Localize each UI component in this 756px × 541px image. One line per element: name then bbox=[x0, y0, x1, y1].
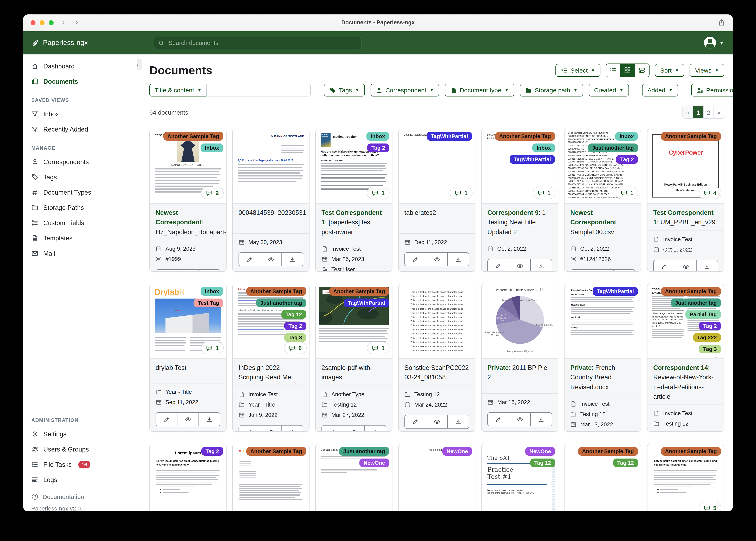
download-document-button[interactable] bbox=[281, 425, 303, 432]
download-document-button[interactable] bbox=[198, 413, 220, 426]
document-title-link[interactable]: 0004814539_20230531 bbox=[233, 204, 309, 234]
tag-badge[interactable]: Tag 2 bbox=[699, 321, 721, 330]
comment-count-badge[interactable]: 6 bbox=[284, 342, 307, 354]
document-title-link[interactable]: Private: French Country Bread Revised.do… bbox=[565, 359, 641, 395]
filter-field-dropdown-button[interactable]: Title & content▼ bbox=[149, 84, 206, 97]
tag-badge[interactable]: Inbox bbox=[201, 144, 223, 152]
tag-badge[interactable]: Tag 3 bbox=[284, 333, 306, 342]
download-document-button[interactable] bbox=[696, 260, 718, 272]
tag-badge[interactable]: Inbox bbox=[533, 144, 555, 152]
view-grid-toggle[interactable] bbox=[620, 64, 635, 77]
tag-badge[interactable]: Inbox bbox=[201, 287, 223, 296]
view-document-button[interactable] bbox=[592, 270, 613, 272]
document-thumbnail[interactable]: DrylabNNETFLIXInboxTest Tag1 bbox=[150, 284, 226, 358]
tag-badge[interactable]: Another Sample Tag bbox=[246, 287, 306, 296]
sort-dropdown-button[interactable]: Sort▼ bbox=[655, 64, 684, 77]
tag-badge[interactable]: NewOne bbox=[525, 447, 555, 456]
view-list-toggle[interactable] bbox=[606, 64, 620, 77]
view-document-button[interactable] bbox=[177, 413, 198, 426]
document-thumbnail[interactable]: Test NameAnother Sample Tag bbox=[233, 444, 309, 511]
pagination-next-button[interactable]: » bbox=[713, 106, 724, 118]
pagination-prev-button[interactable]: « bbox=[683, 106, 693, 118]
tag-badge[interactable]: Tag 12 bbox=[530, 458, 555, 467]
sidebar-item-document-types[interactable]: Document Types bbox=[23, 185, 137, 200]
sidebar-item-correspondents[interactable]: Correspondents bbox=[23, 154, 137, 170]
tag-badge[interactable]: Another Sample Tag bbox=[163, 132, 223, 141]
select-dropdown-button[interactable]: Select▼ bbox=[556, 64, 600, 77]
sidebar-item-users-groups[interactable]: Users & Groups bbox=[23, 442, 137, 457]
document-thumbnail[interactable]: Boundary Waters TripAnother Sample TagTa… bbox=[316, 284, 392, 358]
document-correspondent[interactable]: Newest Correspondent bbox=[570, 209, 616, 226]
sidebar-item-documents[interactable]: Documents bbox=[23, 74, 137, 89]
views-dropdown-button[interactable]: Views▼ bbox=[690, 64, 724, 77]
document-thumbnail[interactable]: ✳ BANK OF SCOTLAND2,0 % p. a. auf Ihr Ta… bbox=[233, 129, 309, 203]
tag-badge[interactable]: Another Sample Tag bbox=[661, 287, 721, 296]
document-title-link[interactable]: Newest Correspondent: Sample100.csv bbox=[565, 204, 641, 240]
document-title-link[interactable]: 2sample-pdf-with-images bbox=[316, 359, 392, 385]
sidebar-item-storage-paths[interactable]: Storage Paths bbox=[23, 200, 137, 215]
edit-document-button[interactable] bbox=[654, 260, 675, 272]
comment-count-badge[interactable]: 1 bbox=[201, 342, 224, 354]
download-document-button[interactable] bbox=[364, 425, 386, 432]
documentation-link[interactable]: Documentation bbox=[31, 493, 137, 500]
filter-added-button[interactable]: Added▼ bbox=[642, 84, 678, 97]
edit-document-button[interactable] bbox=[405, 253, 426, 266]
tag-badge[interactable]: NewOne bbox=[359, 458, 389, 467]
download-document-button[interactable] bbox=[198, 270, 220, 272]
document-thumbnail[interactable]: The SATPracticeTest #1Make time to take … bbox=[482, 444, 558, 511]
sidebar-collapse-button[interactable]: « bbox=[137, 59, 142, 70]
sidebar-item-tags[interactable]: Tags bbox=[23, 170, 137, 185]
tag-badge[interactable]: Partial Tag bbox=[686, 310, 721, 319]
download-document-button[interactable] bbox=[530, 413, 552, 426]
comment-count-badge[interactable]: 4 bbox=[699, 187, 721, 199]
download-document-button[interactable] bbox=[613, 270, 635, 272]
sidebar-item-file-tasks[interactable]: File Tasks16 bbox=[23, 457, 137, 472]
sidebar-item-templates[interactable]: Templates bbox=[23, 231, 137, 246]
document-title-link[interactable]: tablerates2 bbox=[399, 204, 475, 234]
document-correspondent[interactable]: Correspondent 14 bbox=[653, 364, 708, 371]
view-document-button[interactable] bbox=[675, 260, 696, 272]
global-search[interactable] bbox=[154, 37, 361, 49]
document-correspondent[interactable]: Private bbox=[570, 364, 592, 371]
document-title-link[interactable]: Newest Correspondent: H7_Napoleon_Bonapa… bbox=[150, 204, 226, 240]
edit-document-button[interactable] bbox=[239, 425, 260, 432]
comment-count-badge[interactable]: 1 bbox=[533, 187, 555, 199]
tag-badge[interactable]: Test Tag bbox=[194, 298, 223, 307]
document-title-link[interactable]: Test Correspondent 1: [paperless] test p… bbox=[316, 204, 392, 240]
tag-badge[interactable]: Tag 3 bbox=[699, 345, 721, 353]
document-thumbnail[interactable]: Lorem ipsumLorem ipsum dolor sit amet, c… bbox=[150, 444, 226, 511]
document-thumbnail[interactable]: Another Sample TagTag 12 bbox=[565, 444, 641, 511]
tag-badge[interactable]: NewOne bbox=[442, 447, 472, 456]
tag-badge[interactable]: Tag 12 bbox=[613, 458, 638, 467]
tag-badge[interactable]: Tag 2 bbox=[616, 155, 638, 164]
download-document-button[interactable] bbox=[447, 415, 469, 428]
view-document-button[interactable] bbox=[509, 413, 530, 426]
view-document-button[interactable] bbox=[426, 415, 447, 428]
tag-badge[interactable]: Just another tag bbox=[256, 298, 306, 307]
download-document-button[interactable] bbox=[281, 253, 303, 266]
document-thumbnail[interactable]: CyberPowerPowerPanel® Business EditionUs… bbox=[647, 129, 724, 203]
sidebar-item-dashboard[interactable]: Dashboard bbox=[23, 59, 137, 74]
filter-text-input[interactable] bbox=[206, 84, 311, 97]
document-thumbnail[interactable]: Serial Number,Company Name,Employe978818… bbox=[565, 129, 641, 203]
edit-document-button[interactable] bbox=[571, 270, 592, 272]
document-thumbnail[interactable]: This is a multi page document. Page 1.Ne… bbox=[399, 444, 475, 511]
edit-document-button[interactable] bbox=[405, 415, 426, 428]
edit-document-button[interactable] bbox=[488, 413, 509, 426]
tag-badge[interactable]: TagWithPartial bbox=[427, 132, 472, 141]
document-title-link[interactable]: Test Correspondent 1: UM_PPBE_en_v29 bbox=[647, 204, 724, 230]
tag-badge[interactable]: TagWithPartial bbox=[510, 155, 555, 164]
document-correspondent[interactable]: Private bbox=[487, 364, 509, 371]
sidebar-item-logs[interactable]: Logs bbox=[23, 472, 137, 487]
comment-count-badge[interactable]: 1 bbox=[450, 187, 473, 199]
tag-badge[interactable]: TagWithPartial bbox=[593, 287, 638, 296]
tag-badge[interactable]: Tag 222 bbox=[693, 333, 721, 342]
document-title-link[interactable]: drylab Test bbox=[150, 359, 226, 383]
view-document-button[interactable] bbox=[509, 260, 530, 272]
document-thumbnail[interactable]: Contact Sheet DemoJust another tagNewOne bbox=[316, 444, 392, 511]
filter-correspondent-button[interactable]: Correspondent▼ bbox=[371, 84, 439, 97]
app-brand[interactable]: Paperless-ngx bbox=[23, 39, 88, 47]
comment-count-badge[interactable]: 1 bbox=[367, 342, 390, 354]
tag-badge[interactable]: Tag 2 bbox=[284, 321, 306, 330]
document-thumbnail[interactable]: Review of Arbitral Awards Certainty of A… bbox=[647, 284, 724, 358]
